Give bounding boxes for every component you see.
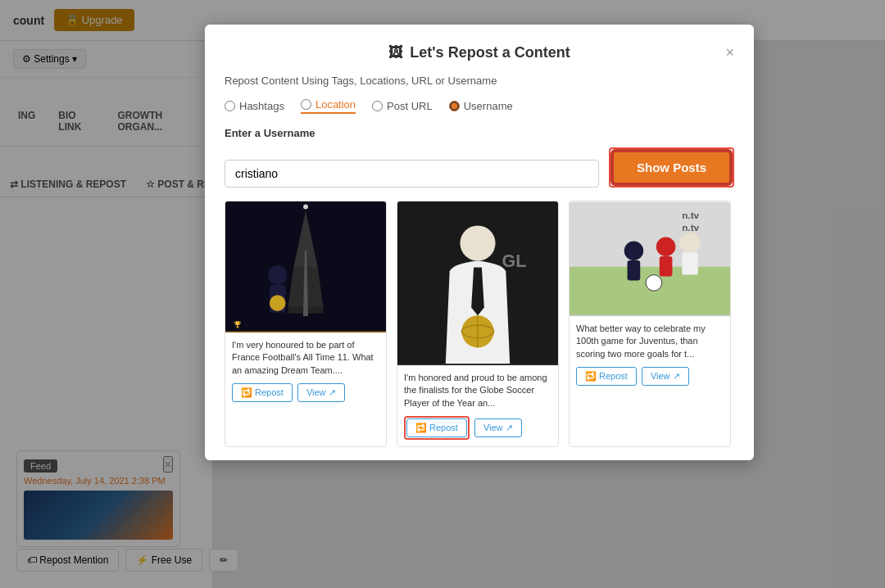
svg-point-6 xyxy=(270,295,286,311)
post-card-2: GL I'm honored and proud to be among the… xyxy=(397,201,559,447)
repost-button-2[interactable]: 🔁 Repost xyxy=(406,418,467,437)
post-image-1: 🏆 xyxy=(225,201,386,332)
modal-title: 🖼 Let's Repost a Content xyxy=(388,44,570,61)
radio-hashtags[interactable]: Hashtags xyxy=(225,100,284,112)
svg-text:n.tv: n.tv xyxy=(682,222,699,233)
view-button-3[interactable]: View ↗ xyxy=(642,367,689,386)
svg-rect-23 xyxy=(682,252,698,274)
svg-rect-17 xyxy=(570,267,730,315)
username-input[interactable] xyxy=(225,160,599,188)
svg-point-18 xyxy=(624,241,644,260)
post-caption-3: What better way to celebrate my 100th ga… xyxy=(570,316,730,367)
radio-username[interactable]: Username xyxy=(449,100,513,112)
svg-point-4 xyxy=(268,265,288,285)
repost-button-3[interactable]: 🔁 Repost xyxy=(576,367,637,386)
post-image-2: GL xyxy=(397,201,558,365)
svg-point-24 xyxy=(646,275,662,292)
input-label: Enter a Username xyxy=(225,127,734,139)
repost-modal: 🖼 Let's Repost a Content × Repost Conten… xyxy=(205,25,754,460)
view-button-2[interactable]: View ↗ xyxy=(474,418,522,437)
svg-point-22 xyxy=(679,233,700,253)
svg-rect-3 xyxy=(288,307,323,314)
modal-header: 🖼 Let's Repost a Content × xyxy=(225,44,734,61)
svg-rect-21 xyxy=(660,256,673,277)
svg-point-20 xyxy=(656,237,676,257)
modal-close-button[interactable]: × xyxy=(725,44,734,61)
radio-posturl[interactable]: Post URL xyxy=(372,100,433,112)
post-actions-3: 🔁 Repost View ↗ xyxy=(570,367,730,392)
post-card-3: n.tv n.tv What better way to celebrate m… xyxy=(569,201,731,447)
svg-rect-19 xyxy=(628,260,641,281)
input-row: Show Posts xyxy=(225,147,734,188)
show-posts-highlight: Show Posts xyxy=(609,147,734,188)
svg-text:n.tv: n.tv xyxy=(682,210,699,220)
svg-marker-2 xyxy=(288,267,323,307)
view-button-1[interactable]: View ↗ xyxy=(297,383,345,402)
svg-point-7 xyxy=(303,205,308,210)
post-caption-1: I'm very honoured to be part of France F… xyxy=(225,332,386,383)
radio-location-label: Location xyxy=(315,98,356,111)
post-image-3: n.tv n.tv xyxy=(570,201,730,316)
radio-hashtags-input[interactable] xyxy=(225,101,235,111)
svg-text:🏆: 🏆 xyxy=(234,321,242,329)
radio-posturl-input[interactable] xyxy=(372,101,383,111)
svg-text:GL: GL xyxy=(502,251,526,271)
show-posts-button[interactable]: Show Posts xyxy=(612,151,731,184)
svg-point-10 xyxy=(460,225,495,260)
repost-button-1[interactable]: 🔁 Repost xyxy=(232,383,293,402)
radio-username-input[interactable] xyxy=(449,101,460,111)
radio-hashtags-label: Hashtags xyxy=(239,100,284,112)
posts-grid: 🏆 I'm very honoured to be part of France… xyxy=(225,201,734,447)
post-actions-1: 🔁 Repost View ↗ xyxy=(225,383,386,409)
radio-username-label: Username xyxy=(464,100,513,112)
post-actions-2: 🔁 Repost View ↗ xyxy=(397,416,558,446)
input-section: Enter a Username Show Posts xyxy=(225,127,734,188)
post-caption-2: I'm honored and proud to be among the fi… xyxy=(397,365,558,416)
post-card-1: 🏆 I'm very honoured to be part of France… xyxy=(225,201,387,447)
radio-posturl-label: Post URL xyxy=(387,100,433,112)
modal-subtitle: Repost Content Using Tags, Locations, UR… xyxy=(225,75,734,87)
radio-location[interactable]: Location xyxy=(301,98,356,114)
image-icon: 🖼 xyxy=(388,44,403,61)
radio-location-input[interactable] xyxy=(301,99,311,110)
radio-group: Hashtags Location Post URL Username xyxy=(225,98,734,114)
